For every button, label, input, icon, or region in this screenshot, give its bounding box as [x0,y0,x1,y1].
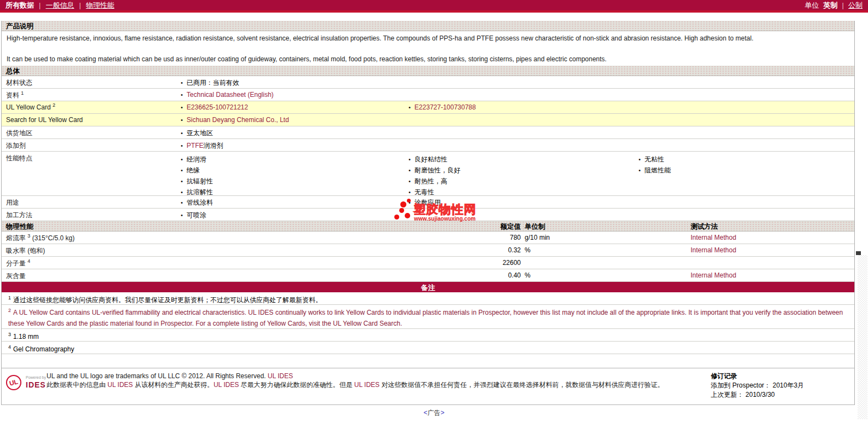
revision-title: 修订记录 [711,372,804,381]
footnote-number: 3 [8,332,11,337]
row-label: UL Yellow Card 2 [6,103,55,111]
property-row-melt-flow: 熔流率 3 (315°C/5.0 kg) 780 g/10 min Intern… [2,232,854,244]
features-column-3: •无粘性 •阻燃性能 [639,154,671,176]
edge-strip [858,255,867,419]
nav-separator: | [842,1,844,9]
processing-value: 可喷涂 [187,211,206,219]
nav-item-physical-properties[interactable]: 物理性能 [86,1,114,10]
footnote-2: 2A UL Yellow Card contains UL-verified f… [2,305,854,329]
row-label: Search for UL Yellow Card [6,116,83,124]
nav-item-general-info[interactable]: 一般信息 [45,1,74,10]
bullet-icon: • [181,130,183,136]
test-method: Internal Method [691,271,736,279]
bullet-icon: • [181,142,183,149]
footnote-ref: 1 [21,90,24,96]
bullet-icon: • [181,156,183,163]
ul-yellow-card-row: UL Yellow Card 2 •E236625-100721212 •E22… [2,101,854,114]
feature-item: 抗辐射性 [187,177,213,185]
property-unit: % [525,246,531,254]
property-value: 780 [418,234,521,241]
bullet-icon: • [409,104,411,111]
ad-label[interactable]: 广告 [428,409,441,417]
bullet-icon: • [181,79,183,86]
availability-value: 亚太地区 [187,129,213,137]
footnote-text: A UL Yellow Card contains UL-verified fl… [8,309,843,327]
row-label: 添加剂 [6,141,26,151]
supplier-search-link[interactable]: Sichuan Deyang Chemical Co., Ltd [187,116,289,124]
product-description-line2: It can be used to make coating material … [7,55,849,63]
feature-item: 绝缘 [187,166,200,174]
bullet-icon: • [181,189,183,195]
yellow-card-link-1[interactable]: E236625-100721212 [187,103,248,111]
ul-ides-link[interactable]: UL IDES [268,372,293,380]
feature-item: 抗溶解性 [187,188,213,196]
footnote-1: 1通过这些链接您能够访问供应商资料。我们尽量保证及时更新资料；不过您可以从供应商… [2,292,854,305]
row-label: 灰含量 [6,271,26,281]
row-label: 熔流率 3 (315°C/5.0 kg) [6,234,74,243]
bullet-icon: • [409,199,411,206]
ad-bracket: < [423,409,427,417]
ad-placeholder: <广告> [0,408,868,418]
nav-separator: | [79,1,81,9]
property-value: 0.32 [418,246,521,254]
footer-trademark-line: UL and the UL logo are trademarks of UL … [47,372,698,380]
revision-updated: 上次更新： 2010/3/30 [711,390,804,400]
footer: UL Powered by IDES UL and the UL logo ar… [2,368,854,405]
footnote-3: 31.18 mm [2,329,854,342]
property-unit: % [525,271,531,279]
ul-ides-link[interactable]: UL IDES [107,381,133,389]
use-item: 涂敷应用 [415,199,441,206]
ul-ides-link[interactable]: UL IDES [214,381,239,389]
footer-text: UL and the UL logo are trademarks of UL … [47,372,698,389]
unit-english-toggle[interactable]: 英制 [824,1,838,10]
revision-record: 修订记录 添加到 Prospector： 2010年3月 上次更新： 2010/… [711,372,804,400]
footnote-text: 通过这些链接您能够访问供应商资料。我们尽量保证及时更新资料；不过您可以从供应商处… [13,296,322,304]
edge-handle[interactable] [856,251,861,255]
bullet-icon: • [409,189,411,195]
product-description-line1: High-temperature resistance, innoxious, … [7,34,849,42]
feature-item: 耐热性，高 [415,177,447,185]
features-row: 性能特点 •经润滑 •绝缘 •抗辐射性 •抗溶解性 •良好粘结性 •耐磨蚀性，良… [2,152,854,196]
unit-metric-link[interactable]: 公制 [848,1,863,10]
test-method-column-header: 测试方法 [691,222,718,232]
property-value: 22600 [418,259,521,267]
datasheet-container: 产品说明 High-temperature resistance, innoxi… [1,21,855,405]
property-unit: g/10 min [525,234,550,241]
bullet-icon: • [639,167,641,174]
feature-item: 经润滑 [187,155,206,163]
feature-item: 阻燃性能 [645,166,671,174]
feature-item: 良好粘结性 [415,155,447,163]
bullet-icon: • [181,212,183,218]
row-label: 资料 1 [6,91,24,100]
yellow-card-link-2[interactable]: E223727-100730788 [415,103,476,111]
nav-item-all-data[interactable]: 所有数据 [5,1,34,10]
footnote-number: 2 [8,308,11,313]
footnote-ref: 4 [27,258,30,264]
physical-properties-header: 物理性能 额定值 单位制 测试方法 [2,221,854,232]
additive-link[interactable]: PTFE [187,142,204,149]
property-row-water-absorption: 吸水率 (饱和) 0.32 % Internal Method [2,244,854,257]
literature-row: 资料 1 •Technical Datasheet (English) [2,89,854,101]
feature-item: 无毒性 [415,188,434,196]
features-column-1: •经润滑 •绝缘 •抗辐射性 •抗溶解性 [181,154,213,198]
row-label: 用途 [6,198,19,207]
ul-logo-icon: UL [6,375,21,390]
availability-row: 供货地区 •亚太地区 [2,126,854,139]
technical-datasheet-link[interactable]: Technical Datasheet (English) [187,91,274,99]
footnote-ref: 2 [53,102,55,108]
ad-bracket: > [441,409,445,417]
footnote-text: 1.18 mm [13,333,39,340]
property-row-ash-content: 灰含量 0.40 % Internal Method [2,269,854,282]
material-status-row: 材料状态 •已商用：当前有效 [2,76,854,89]
rated-value-column-header: 额定值 [418,222,521,232]
feature-item: 耐磨蚀性，良好 [415,166,461,174]
uses-row: 用途 •管线涂料 •涂敷应用 [2,196,854,209]
bullet-icon: • [639,156,641,163]
unit-system-column-header: 单位制 [525,222,545,232]
ul-ides-link[interactable]: UL IDES [354,381,380,389]
revision-added: 添加到 Prospector： 2010年3月 [711,381,804,390]
processing-row: 加工方法 •可喷涂 [2,209,854,221]
row-label: 分子量 4 [6,259,30,268]
features-column-2: •良好粘结性 •耐磨蚀性，良好 •耐热性，高 •无毒性 [409,154,461,198]
yellow-card-search-row: Search for UL Yellow Card •Sichuan Deyan… [2,114,854,126]
